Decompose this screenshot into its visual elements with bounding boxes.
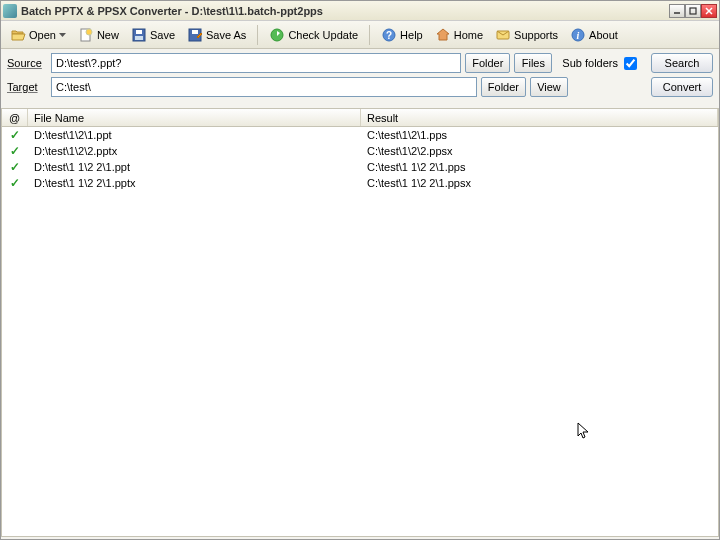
open-label: Open bbox=[29, 29, 56, 41]
toolbar-separator bbox=[369, 25, 370, 45]
table-row[interactable]: ✓D:\test\1 1\2 2\1.pptC:\test\1 1\2 2\1.… bbox=[2, 159, 718, 175]
cell-filename: D:\test\1 1\2 2\1.pptx bbox=[28, 177, 361, 189]
svg-point-5 bbox=[86, 29, 92, 35]
toolbar: Open New Save Save As Check Update ? Hel… bbox=[1, 21, 719, 49]
column-status[interactable]: @ bbox=[2, 109, 28, 126]
source-input[interactable] bbox=[51, 53, 461, 73]
help-button[interactable]: ? Help bbox=[376, 24, 428, 46]
window-title: Batch PPTX & PPSX Converter - D:\test\1\… bbox=[21, 5, 669, 17]
close-button[interactable] bbox=[701, 4, 717, 18]
checkmark-icon: ✓ bbox=[10, 144, 20, 158]
save-as-button[interactable]: Save As bbox=[182, 24, 251, 46]
cell-filename: D:\test\1\2\2.pptx bbox=[28, 145, 361, 157]
maximize-button[interactable] bbox=[685, 4, 701, 18]
file-list: @ File Name Result ✓D:\test\1\2\1.pptC:\… bbox=[1, 108, 719, 537]
save-as-label: Save As bbox=[206, 29, 246, 41]
supports-button[interactable]: Supports bbox=[490, 24, 563, 46]
open-folder-icon bbox=[10, 27, 26, 43]
source-folder-button[interactable]: Folder bbox=[465, 53, 510, 73]
close-icon bbox=[705, 7, 713, 15]
subfolders-checkbox[interactable] bbox=[624, 57, 637, 70]
open-button[interactable]: Open bbox=[5, 24, 71, 46]
help-icon: ? bbox=[381, 27, 397, 43]
table-row[interactable]: ✓D:\test\1 1\2 2\1.pptxC:\test\1 1\2 2\1… bbox=[2, 175, 718, 191]
help-label: Help bbox=[400, 29, 423, 41]
cell-result: C:\test\1\2\2.ppsx bbox=[361, 145, 718, 157]
cell-result: C:\test\1 1\2 2\1.ppsx bbox=[361, 177, 718, 189]
source-row: Source Folder Files Sub folders Search bbox=[7, 53, 713, 73]
svg-text:?: ? bbox=[386, 30, 392, 41]
cell-filename: D:\test\1 1\2 2\1.ppt bbox=[28, 161, 361, 173]
svg-text:i: i bbox=[577, 30, 580, 41]
svg-rect-7 bbox=[136, 30, 142, 34]
home-label: Home bbox=[454, 29, 483, 41]
view-button[interactable]: View bbox=[530, 77, 568, 97]
files-button[interactable]: Files bbox=[514, 53, 552, 73]
svg-rect-10 bbox=[192, 30, 198, 34]
minimize-button[interactable] bbox=[669, 4, 685, 18]
supports-icon bbox=[495, 27, 511, 43]
maximize-icon bbox=[689, 7, 697, 15]
svg-rect-8 bbox=[135, 36, 143, 40]
target-row: Target Folder View Convert bbox=[7, 77, 713, 97]
cell-result: C:\test\1\2\1.pps bbox=[361, 129, 718, 141]
home-icon bbox=[435, 27, 451, 43]
checkmark-icon: ✓ bbox=[10, 128, 20, 142]
open-dropdown-icon[interactable] bbox=[59, 28, 66, 42]
column-result[interactable]: Result bbox=[361, 109, 718, 126]
check-update-button[interactable]: Check Update bbox=[264, 24, 363, 46]
save-button[interactable]: Save bbox=[126, 24, 180, 46]
supports-label: Supports bbox=[514, 29, 558, 41]
check-update-label: Check Update bbox=[288, 29, 358, 41]
app-icon bbox=[3, 4, 17, 18]
checkmark-icon: ✓ bbox=[10, 160, 20, 174]
check-update-icon bbox=[269, 27, 285, 43]
minimize-icon bbox=[673, 7, 681, 15]
about-button[interactable]: i About bbox=[565, 24, 623, 46]
save-label: Save bbox=[150, 29, 175, 41]
new-label: New bbox=[97, 29, 119, 41]
table-row[interactable]: ✓D:\test\1\2\2.pptxC:\test\1\2\2.ppsx bbox=[2, 143, 718, 159]
search-button[interactable]: Search bbox=[651, 53, 713, 73]
new-file-icon bbox=[78, 27, 94, 43]
about-label: About bbox=[589, 29, 618, 41]
titlebar: Batch PPTX & PPSX Converter - D:\test\1\… bbox=[1, 1, 719, 21]
target-input[interactable] bbox=[51, 77, 477, 97]
subfolders-label: Sub folders bbox=[556, 57, 620, 69]
svg-rect-1 bbox=[690, 8, 696, 14]
about-icon: i bbox=[570, 27, 586, 43]
save-as-icon bbox=[187, 27, 203, 43]
target-label: Target bbox=[7, 81, 47, 93]
checkmark-icon: ✓ bbox=[10, 176, 20, 190]
toolbar-separator bbox=[257, 25, 258, 45]
save-icon bbox=[131, 27, 147, 43]
home-button[interactable]: Home bbox=[430, 24, 488, 46]
table-row[interactable]: ✓D:\test\1\2\1.pptC:\test\1\2\1.pps bbox=[2, 127, 718, 143]
cell-filename: D:\test\1\2\1.ppt bbox=[28, 129, 361, 141]
target-folder-button[interactable]: Folder bbox=[481, 77, 526, 97]
cell-result: C:\test\1 1\2 2\1.pps bbox=[361, 161, 718, 173]
source-label: Source bbox=[7, 57, 47, 69]
list-header: @ File Name Result bbox=[2, 109, 718, 127]
column-filename[interactable]: File Name bbox=[28, 109, 361, 126]
new-button[interactable]: New bbox=[73, 24, 124, 46]
convert-button[interactable]: Convert bbox=[651, 77, 713, 97]
